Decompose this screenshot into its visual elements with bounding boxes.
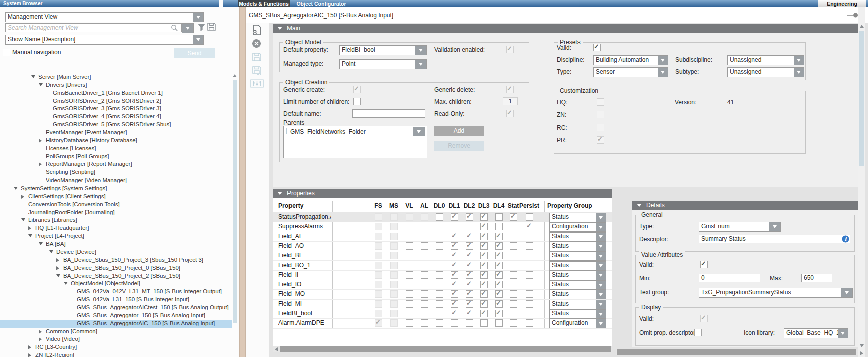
flag-checkbox-vl[interactable] bbox=[406, 300, 413, 308]
flag-checkbox-al[interactable] bbox=[421, 233, 428, 240]
flag-checkbox-dl1[interactable] bbox=[451, 223, 458, 230]
chevron-down-icon[interactable] bbox=[838, 329, 848, 338]
flag-checkbox-dl0[interactable] bbox=[436, 319, 443, 327]
flag-checkbox-stat[interactable] bbox=[510, 262, 517, 269]
chevron-down-icon[interactable] bbox=[596, 271, 606, 280]
tree-item[interactable]: GmsBacnetDriver_1 [Gms Bacnet Driver 1] bbox=[0, 89, 232, 97]
flag-checkbox-dl2[interactable] bbox=[466, 281, 473, 288]
expand-arrow-icon[interactable] bbox=[39, 162, 42, 166]
flag-checkbox-dl3[interactable] bbox=[480, 319, 488, 327]
save-as-icon[interactable] bbox=[252, 66, 261, 75]
text-group-dropdown[interactable]: TxG_PropagationSummaryStatus bbox=[699, 288, 853, 298]
chevron-down-icon[interactable] bbox=[596, 281, 606, 289]
chevron-down-icon[interactable] bbox=[596, 290, 606, 299]
flag-checkbox-vl[interactable] bbox=[406, 242, 413, 250]
flag-checkbox-persist[interactable] bbox=[526, 242, 533, 250]
flag-checkbox-dl1[interactable] bbox=[451, 271, 458, 279]
flag-checkbox-dl0[interactable] bbox=[436, 271, 443, 279]
hscroll-thumb[interactable] bbox=[617, 349, 856, 355]
tree-item[interactable]: ConversionTools [Conversion Tools] bbox=[0, 201, 232, 209]
tree-item[interactable]: HQ [L1-Headquarter] bbox=[0, 224, 232, 232]
chevron-down-icon[interactable] bbox=[769, 222, 780, 231]
property-group-dropdown[interactable]: Status bbox=[549, 242, 606, 251]
tree-item[interactable]: HistoryDatabase [History Database] bbox=[0, 137, 232, 145]
flag-checkbox-dl3[interactable] bbox=[480, 252, 488, 259]
save-icon[interactable] bbox=[252, 53, 261, 61]
collapse-arrow-icon[interactable] bbox=[277, 192, 282, 195]
detail-type-dropdown[interactable]: GmsEnum bbox=[699, 222, 781, 232]
flag-checkbox-vl[interactable] bbox=[406, 290, 413, 298]
flag-checkbox-dl4[interactable] bbox=[495, 262, 503, 269]
property-group-dropdown[interactable]: Status bbox=[549, 300, 606, 309]
chevron-down-icon[interactable] bbox=[596, 300, 606, 309]
tree-item[interactable]: Video [Video] bbox=[0, 335, 232, 343]
properties-hscrollbar[interactable] bbox=[273, 346, 612, 352]
type-dropdown[interactable]: Sensor bbox=[593, 67, 668, 77]
chevron-down-icon[interactable] bbox=[596, 310, 606, 318]
flag-checkbox-persist[interactable] bbox=[526, 281, 533, 288]
va-valid-checkbox[interactable] bbox=[700, 261, 708, 268]
chevron-down-icon[interactable] bbox=[596, 213, 606, 222]
sliders-icon[interactable] bbox=[250, 79, 264, 88]
tab-models-functions[interactable]: Models & Functions bbox=[238, 0, 290, 7]
tree-item[interactable]: BA_Device_SBus_150_Project_2 [SBus_150] bbox=[0, 272, 232, 280]
chevron-down-icon[interactable] bbox=[658, 56, 668, 65]
flag-checkbox-dl2[interactable] bbox=[466, 290, 473, 298]
flag-checkbox-vl[interactable] bbox=[406, 233, 413, 240]
expand-arrow-icon[interactable] bbox=[28, 226, 31, 230]
flag-checkbox-al[interactable] bbox=[421, 271, 428, 279]
flag-checkbox-al[interactable] bbox=[421, 290, 428, 298]
chevron-down-icon[interactable] bbox=[596, 252, 606, 260]
section-main-header[interactable]: Main bbox=[273, 24, 858, 33]
presets-valid-checkbox[interactable] bbox=[593, 44, 601, 51]
flag-checkbox-persist[interactable] bbox=[526, 319, 533, 327]
flag-checkbox-dl2[interactable] bbox=[466, 213, 473, 221]
tree-item[interactable]: Scripting [Scripting] bbox=[0, 168, 232, 176]
send-button[interactable]: Send bbox=[174, 48, 215, 58]
flag-checkbox-dl3[interactable] bbox=[480, 262, 488, 269]
scroll-left-icon[interactable] bbox=[275, 347, 278, 351]
tree-item[interactable]: GmsSORISDriver_3 [Gms SORISDriver 3] bbox=[0, 105, 232, 113]
property-group-dropdown[interactable]: Status bbox=[549, 290, 606, 299]
flag-checkbox-dl1[interactable] bbox=[451, 242, 458, 250]
hscroll-thumb[interactable] bbox=[280, 346, 611, 352]
flag-checkbox-al[interactable] bbox=[421, 281, 428, 288]
property-group-dropdown[interactable]: Status bbox=[549, 261, 606, 271]
discipline-dropdown[interactable]: Building Automation bbox=[593, 55, 668, 65]
flag-checkbox-dl3[interactable] bbox=[480, 310, 488, 317]
flag-checkbox-stat[interactable] bbox=[510, 310, 517, 317]
pin-icon[interactable] bbox=[847, 13, 858, 18]
flag-checkbox-al[interactable] bbox=[421, 310, 428, 317]
flag-checkbox-dl4[interactable] bbox=[495, 213, 503, 221]
chevron-down-icon[interactable] bbox=[658, 68, 668, 77]
flag-checkbox-dl0[interactable] bbox=[436, 290, 443, 298]
tree-item[interactable]: JournalingRootFolder [Journaling] bbox=[0, 209, 232, 217]
flag-checkbox-dl1[interactable] bbox=[451, 281, 458, 288]
flag-checkbox-persist[interactable] bbox=[526, 252, 533, 259]
flag-checkbox-dl1[interactable] bbox=[451, 310, 458, 317]
collapse-arrow-icon[interactable] bbox=[14, 187, 18, 190]
chevron-down-icon[interactable] bbox=[596, 223, 606, 231]
scroll-down-icon[interactable] bbox=[860, 344, 864, 347]
flag-checkbox-al[interactable] bbox=[421, 319, 428, 327]
tree-item[interactable]: BA [BA] bbox=[0, 240, 232, 248]
flag-checkbox-vl[interactable] bbox=[406, 271, 413, 279]
manual-navigation-checkbox[interactable] bbox=[3, 49, 10, 56]
flag-checkbox-dl1[interactable] bbox=[451, 233, 458, 240]
property-group-dropdown[interactable]: Configuration bbox=[549, 319, 606, 328]
subtype-dropdown[interactable]: Unassigned bbox=[727, 67, 804, 77]
chevron-down-icon[interactable] bbox=[596, 242, 606, 251]
display-format-dropdown[interactable]: Show Name [Description] bbox=[5, 35, 204, 45]
tree-item[interactable]: Project [L4-Project] bbox=[0, 232, 232, 240]
info-icon[interactable]: i bbox=[842, 235, 849, 243]
collapse-arrow-icon[interactable] bbox=[56, 274, 60, 277]
expand-arrow-icon[interactable] bbox=[39, 139, 42, 143]
expand-arrow-icon[interactable] bbox=[39, 337, 42, 341]
tree-item[interactable]: Libraries [Libraries] bbox=[0, 216, 232, 224]
search-dropdown-button[interactable] bbox=[182, 23, 194, 33]
flag-checkbox-stat[interactable] bbox=[510, 233, 517, 240]
flag-checkbox-dl1[interactable] bbox=[451, 252, 458, 259]
descriptor-input[interactable]: Summary Status bbox=[699, 235, 850, 243]
flag-checkbox-dl0[interactable] bbox=[436, 242, 443, 250]
chevron-down-icon[interactable] bbox=[413, 127, 425, 136]
